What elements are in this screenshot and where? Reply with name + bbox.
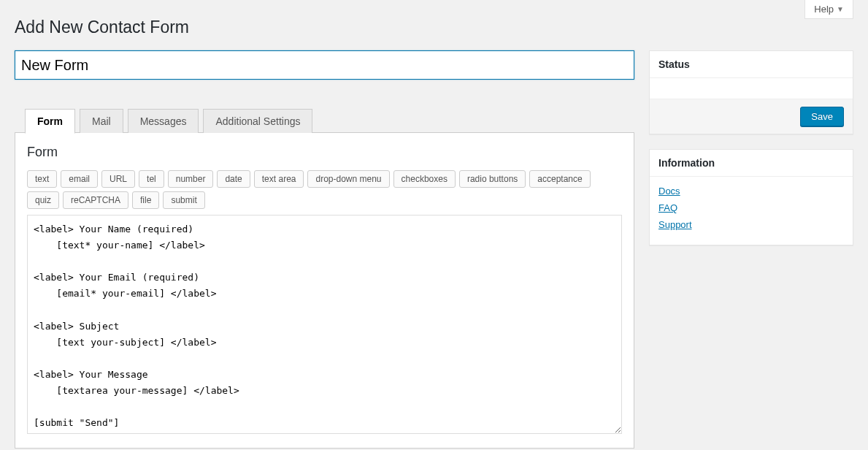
page-title: Add New Contact Form [15,18,853,37]
sidebar: Status Save Information DocsFAQSupport [649,50,853,260]
help-tab[interactable]: Help ▼ [804,0,853,19]
tag-file[interactable]: file [132,191,159,209]
tag-number[interactable]: number [168,170,214,188]
status-title: Status [650,51,853,78]
tag-checkboxes[interactable]: checkboxes [393,170,456,188]
info-link-faq[interactable]: FAQ [658,202,844,213]
tag-acceptance[interactable]: acceptance [529,170,590,188]
tag-radio-buttons[interactable]: radio buttons [459,170,526,188]
tag-quiz[interactable]: quiz [27,191,59,209]
tag-submit[interactable]: submit [163,191,204,209]
tag-recaptcha[interactable]: reCAPTCHA [63,191,128,209]
info-link-support[interactable]: Support [658,219,844,230]
save-button[interactable]: Save [800,107,844,126]
tag-date[interactable]: date [217,170,250,188]
information-box: Information DocsFAQSupport [649,149,853,245]
tab-form[interactable]: Form [25,109,75,134]
form-title-input[interactable] [15,50,634,80]
form-panel: Form textemailURLtelnumberdatetext aread… [15,132,634,449]
information-title: Information [650,150,853,177]
tag-text[interactable]: text [27,170,57,188]
status-box: Status Save [649,50,853,134]
tag-email[interactable]: email [61,170,98,188]
tag-url[interactable]: URL [101,170,135,188]
tag-text-area[interactable]: text area [254,170,304,188]
tag-buttons: textemailURLtelnumberdatetext areadrop-d… [27,170,622,209]
tag-tel[interactable]: tel [139,170,164,188]
tab-mail[interactable]: Mail [80,109,123,133]
status-body [650,78,853,99]
info-link-docs[interactable]: Docs [658,186,844,197]
tabs-bar: FormMailMessagesAdditional Settings [25,109,634,133]
tab-additional-settings[interactable]: Additional Settings [203,109,312,133]
form-panel-heading: Form [27,145,622,160]
form-code-textarea[interactable] [27,215,622,434]
information-links: DocsFAQSupport [650,177,853,245]
main-column: FormMailMessagesAdditional Settings Form… [15,50,634,449]
tag-drop-down-menu[interactable]: drop-down menu [307,170,389,188]
tab-messages[interactable]: Messages [128,109,199,133]
help-label: Help [814,4,834,15]
chevron-down-icon: ▼ [837,5,844,13]
